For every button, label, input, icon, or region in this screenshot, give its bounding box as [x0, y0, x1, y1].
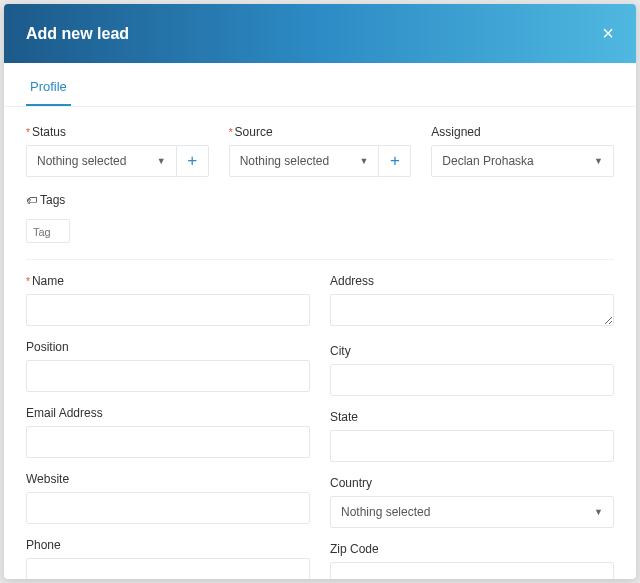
form-content: *Status Nothing selected▼ + *Source Noth… [4, 107, 636, 579]
caret-down-icon: ▼ [157, 156, 166, 166]
position-input[interactable] [26, 360, 310, 392]
phone-input[interactable] [26, 558, 310, 579]
state-label: State [330, 410, 614, 424]
status-label: *Status [26, 125, 209, 139]
tab-profile[interactable]: Profile [26, 67, 71, 106]
assigned-select[interactable]: Declan Prohaska▼ [431, 145, 614, 177]
city-label: City [330, 344, 614, 358]
email-label: Email Address [26, 406, 310, 420]
state-input[interactable] [330, 430, 614, 462]
country-label: Country [330, 476, 614, 490]
position-label: Position [26, 340, 310, 354]
modal-title: Add new lead [26, 25, 129, 43]
address-input[interactable] [330, 294, 614, 326]
address-label: Address [330, 274, 614, 288]
zip-label: Zip Code [330, 542, 614, 556]
name-label: *Name [26, 274, 310, 288]
add-status-button[interactable]: + [177, 145, 209, 177]
website-label: Website [26, 472, 310, 486]
city-input[interactable] [330, 364, 614, 396]
tags-label: 🏷Tags [26, 193, 614, 207]
country-select[interactable]: Nothing selected▼ [330, 496, 614, 528]
caret-down-icon: ▼ [359, 156, 368, 166]
source-select[interactable]: Nothing selected▼ [229, 145, 380, 177]
add-source-button[interactable]: + [379, 145, 411, 177]
tags-input-wrap[interactable] [26, 219, 70, 243]
source-label: *Source [229, 125, 412, 139]
assigned-label: Assigned [431, 125, 614, 139]
name-input[interactable] [26, 294, 310, 326]
tag-icon: 🏷 [26, 194, 37, 206]
phone-label: Phone [26, 538, 310, 552]
add-lead-modal: Add new lead × Profile *Status Nothing s… [4, 4, 636, 579]
status-select[interactable]: Nothing selected▼ [26, 145, 177, 177]
zip-input[interactable] [330, 562, 614, 579]
website-input[interactable] [26, 492, 310, 524]
caret-down-icon: ▼ [594, 156, 603, 166]
close-icon[interactable]: × [602, 22, 614, 45]
modal-header: Add new lead × [4, 4, 636, 63]
plus-icon: + [390, 151, 400, 171]
plus-icon: + [187, 151, 197, 171]
email-input[interactable] [26, 426, 310, 458]
tab-bar: Profile [4, 63, 636, 107]
divider [26, 259, 614, 260]
caret-down-icon: ▼ [594, 507, 603, 517]
tags-input[interactable] [33, 226, 63, 238]
